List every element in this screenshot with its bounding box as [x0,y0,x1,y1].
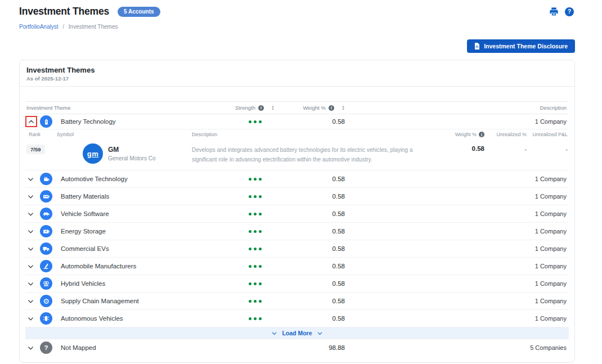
chevron-down-icon [317,330,323,336]
info-icon[interactable]: i [479,132,484,137]
print-icon[interactable] [549,7,559,16]
icon-cell [40,208,58,220]
holding-description: Develops and integrates advanced battery… [192,143,428,164]
chevron-cell [25,280,40,287]
sort-icon[interactable]: ▲▼ [271,105,275,111]
theme-row-automotive-technology[interactable]: Automotive Technology 0.58 1 Company [25,170,569,188]
weight-header-label: Weight % [303,105,326,111]
icon-cell [40,190,58,203]
chevron-down-icon[interactable] [27,228,34,235]
theme-row-autonomous-vehicles[interactable]: Autonomous Vehicles 0.58 1 Company [25,310,569,327]
holding-unrealized-pct: - [484,143,527,152]
holding-symbol: GM [108,146,155,154]
chevron-cell [25,315,40,322]
icon-cell [40,115,58,128]
breadcrumb-portfolioanalyst-link[interactable]: PortfolioAnalyst [19,24,58,30]
supply-chain-icon: ⚙ [40,295,52,307]
chevron-cell [25,116,40,127]
strength-indicator [221,282,289,285]
chevron-down-icon[interactable] [27,298,34,305]
theme-name: Energy Storage [58,228,221,235]
icon-cell [40,225,58,237]
disclosure-button-label: Investment Theme Disclosure [484,43,568,50]
document-icon [474,43,480,50]
icon-cell [40,312,58,325]
theme-row-battery-technology[interactable]: Battery Technology 0.58 1 Company [25,114,569,129]
theme-name: Not Mapped [58,344,221,351]
theme-companies: 1 Company [345,118,569,125]
chevron-cell [25,193,40,200]
investment-theme-disclosure-button[interactable]: Investment Theme Disclosure [467,39,575,53]
icon-cell: ? [40,341,58,354]
theme-companies: 1 Company [345,245,569,252]
autonomous-vehicles-icon [40,312,52,325]
theme-weight: 0.58 [289,210,345,217]
icon-cell [40,277,58,290]
chevron-down-icon[interactable] [27,193,34,200]
theme-row-not-mapped[interactable]: ? Not Mapped 98.88 5 Companies [25,339,569,356]
theme-weight: 0.58 [289,280,345,287]
breadcrumb-current: Investment Themes [69,24,118,30]
theme-row-automobile-manufacturers[interactable]: Automobile Manufacturers 0.58 1 Company [25,258,569,275]
help-icon[interactable]: ? [565,7,574,16]
symbol-cell: gm GM General Motors Co [57,143,192,164]
holding-weight: 0.58 [428,143,484,152]
theme-rows-container: Automotive Technology 0.58 1 Company Bat… [25,170,569,327]
theme-companies: 1 Company [345,228,569,235]
theme-row-vehicle-software[interactable]: Vehicle Software 0.58 1 Company [25,205,569,223]
holding-unrealized-pnl: - [527,143,570,152]
investment-themes-table: Investment Theme Strength i ▲▼ Weight % … [25,101,569,356]
load-more-label: Load More [282,330,312,336]
icon-cell [40,173,58,185]
theme-row-hybrid-vehicles[interactable]: Hybrid Vehicles 0.58 1 Company [25,275,569,293]
chevron-down-icon[interactable] [27,315,34,322]
strength-indicator [221,248,289,250]
strength-indicator [221,300,289,303]
card-as-of-date: As of 2025-12-17 [26,75,573,82]
theme-row-commercial-evs[interactable]: Commercial EVs 0.58 1 Company [25,240,569,258]
holdings-header-row: Rank Symbol Description Weight % i Unrea… [25,129,569,140]
holding-company-name: General Motors Co [108,155,155,161]
chevron-cell [25,210,40,218]
chevron-down-icon[interactable] [27,210,34,218]
theme-companies: 1 Company [345,210,569,217]
battery-materials-icon [40,190,52,203]
load-more-button[interactable]: Load More [25,327,569,339]
theme-weight: 0.58 [289,298,345,304]
theme-name: Battery Materials [58,193,221,200]
column-header-weight: Weight % i ▲▼ [289,105,345,111]
page-title: Investment Themes [19,6,109,17]
chevron-up-icon[interactable] [28,118,35,125]
theme-weight: 0.58 [289,193,345,200]
holding-row-gm[interactable]: 7/59 gm GM General Motors Co Develops an… [25,140,569,170]
chevron-down-icon[interactable] [27,280,34,287]
theme-row-supply-chain-management[interactable]: ⚙ Supply Chain Management 0.58 1 Company [25,293,569,310]
chevron-cell [25,263,40,270]
chevron-down-icon[interactable] [27,245,34,253]
theme-name: Battery Technology [58,118,221,125]
theme-row-energy-storage[interactable]: Energy Storage 0.58 1 Company [25,223,569,240]
strength-indicator [221,317,289,320]
info-icon[interactable]: i [329,105,334,111]
card-title: Investment Themes [26,66,573,74]
highlight-box [25,116,37,127]
theme-row-battery-materials[interactable]: Battery Materials 0.58 1 Company [25,188,569,205]
theme-name: Commercial EVs [58,245,221,252]
strength-indicator [221,265,289,268]
theme-weight: 0.58 [289,118,345,125]
theme-companies: 1 Company [345,280,569,287]
chevron-down-icon[interactable] [27,176,34,183]
rank-cell: 7/59 [25,143,57,154]
chevron-down-icon[interactable] [27,344,34,352]
energy-storage-icon [40,225,52,237]
theme-name: Hybrid Vehicles [58,280,221,287]
theme-name: Automotive Technology [58,176,221,182]
hybrid-vehicles-icon [40,277,52,290]
column-header-strength: Strength i ▲▼ [221,105,289,111]
battery-icon [40,115,52,128]
chevron-down-icon[interactable] [27,263,34,270]
breadcrumb: PortfolioAnalyst / Investment Themes [0,17,602,30]
theme-weight: 0.58 [289,176,345,182]
top-bar: Investment Themes 5 Accounts ? [0,0,602,17]
info-icon[interactable]: i [258,105,264,111]
